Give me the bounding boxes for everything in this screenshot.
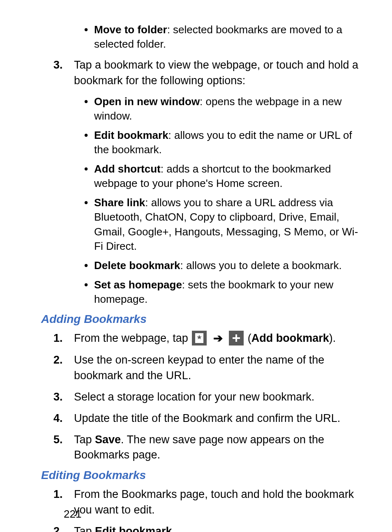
bullet-marker: • <box>84 162 94 191</box>
step-text: Tap a bookmark to view the webpage, or t… <box>74 58 363 89</box>
step-text-post-close: ). <box>329 332 336 344</box>
step-marker: 5. <box>53 432 74 463</box>
step-text-post-bold: Add bookmark <box>251 332 329 344</box>
bullet-marker: • <box>84 278 94 306</box>
arrow-icon: ➔ <box>213 330 223 346</box>
bullet-term: Add shortcut <box>94 163 161 175</box>
list-step: 1. From the webpage, tap ➔ <box>53 331 363 347</box>
bullet-body: Set as homepage: sets the bookmark to yo… <box>94 278 363 306</box>
list-step: 5. Tap Save. The new save page now appea… <box>53 432 363 463</box>
step-text-bold: Edit bookmark <box>95 525 172 532</box>
bullet-marker: • <box>84 196 94 253</box>
manual-page: • Move to folder: selected bookmarks are… <box>0 0 392 532</box>
step-text-pre: Tap <box>74 433 95 446</box>
page-number: 221 <box>64 508 81 520</box>
step-body: Tap Save. The new save page now appears … <box>74 432 363 463</box>
bullet-body: Share link: allows you to share a URL ad… <box>94 196 363 253</box>
bullet-item: • Edit bookmark: allows you to edit the … <box>84 128 363 157</box>
bullet-body: Delete bookmark: allows you to delete a … <box>94 258 363 273</box>
step-marker: 2. <box>53 352 74 384</box>
numbered-list-editing: 1. From the Bookmarks page, touch and ho… <box>41 487 363 532</box>
list-step: 2. Tap Edit bookmark. <box>53 524 363 532</box>
step-text-post-open: ( <box>248 332 251 344</box>
step-marker: 3. <box>53 58 74 89</box>
list-step: 2. Use the on-screen keypad to enter the… <box>53 352 363 384</box>
step-body: Tap Edit bookmark. <box>74 524 363 532</box>
bullet-item: • Open in new window: opens the webpage … <box>84 94 363 123</box>
bullet-term: Move to folder <box>94 23 167 36</box>
bullet-term: Edit bookmark <box>94 129 168 141</box>
step-marker: 1. <box>53 331 74 347</box>
bullet-item: • Delete bookmark: allows you to delete … <box>84 258 363 273</box>
bullet-term: Share link <box>94 196 145 209</box>
list-step: 1. From the Bookmarks page, touch and ho… <box>53 487 363 518</box>
bullet-marker: • <box>84 94 94 123</box>
bullet-item: • Move to folder: selected bookmarks are… <box>84 23 363 51</box>
bullet-item: • Add shortcut: adds a shortcut to the b… <box>84 162 363 191</box>
step-text: From the Bookmarks page, touch and hold … <box>74 487 363 518</box>
bullet-marker: • <box>84 258 94 273</box>
bullet-term: Set as homepage <box>94 279 182 291</box>
svg-rect-3 <box>233 337 240 339</box>
bullet-item: • Set as homepage: sets the bookmark to … <box>84 278 363 306</box>
list-step: 3. Select a storage location for your ne… <box>53 389 363 405</box>
step-text-pre: Tap <box>74 525 95 532</box>
list-step: 4. Update the title of the Bookmark and … <box>53 411 363 426</box>
numbered-list-adding: 1. From the webpage, tap ➔ <box>41 331 363 463</box>
bullet-list-top: • Move to folder: selected bookmarks are… <box>41 23 363 51</box>
bullet-body: Edit bookmark: allows you to edit the na… <box>94 128 363 157</box>
step-text-post: . <box>172 525 175 532</box>
section-heading-editing: Editing Bookmarks <box>41 469 363 482</box>
step-marker: 2. <box>53 524 74 532</box>
bullet-term: Delete bookmark <box>94 259 180 272</box>
bullet-body: Add shortcut: adds a shortcut to the boo… <box>94 162 363 191</box>
step-text: Select a storage location for your new b… <box>74 389 363 405</box>
numbered-list-cont: 3. Tap a bookmark to view the webpage, o… <box>41 58 363 89</box>
step-text-bold: Save <box>95 433 121 446</box>
bullet-list-step3: • Open in new window: opens the webpage … <box>41 94 363 306</box>
bullet-marker: • <box>84 128 94 157</box>
bullet-body: Move to folder: selected bookmarks are m… <box>94 23 363 51</box>
bullet-item: • Share link: allows you to share a URL … <box>84 196 363 253</box>
bookmark-star-icon <box>192 331 207 345</box>
bullet-body: Open in new window: opens the webpage in… <box>94 94 363 123</box>
bullet-desc: : allows you to delete a bookmark. <box>180 259 342 272</box>
bullet-term: Open in new window <box>94 95 200 108</box>
step-marker: 4. <box>53 411 74 426</box>
step-body: From the webpage, tap ➔ (Add bookmark <box>74 331 363 347</box>
section-heading-adding: Adding Bookmarks <box>41 313 363 326</box>
step-text: Update the title of the Bookmark and con… <box>74 411 363 426</box>
step-marker: 3. <box>53 389 74 405</box>
plus-icon <box>229 331 244 345</box>
step-text-pre: From the webpage, tap <box>74 332 191 344</box>
step-text: Use the on-screen keypad to enter the na… <box>74 352 363 384</box>
bullet-marker: • <box>84 23 94 51</box>
list-step: 3. Tap a bookmark to view the webpage, o… <box>53 58 363 89</box>
